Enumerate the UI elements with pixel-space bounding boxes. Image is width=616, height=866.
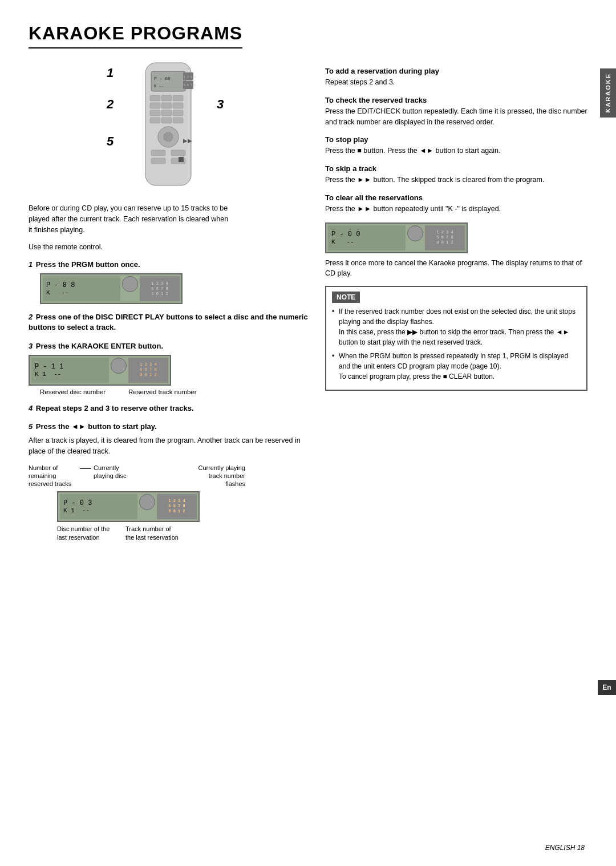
step-4: 4 Repeat steps 2 and 3 to reserve other … (29, 403, 308, 414)
en-tab-label: En (602, 683, 611, 691)
svg-text:1 2 3 4: 1 2 3 4 (184, 76, 196, 79)
step5-diagram: Number of remainingreserved tracks Curre… (29, 464, 245, 543)
page-container: KARAOKE En KARAOKE PROGRAMS 1 2 3 (0, 0, 616, 866)
stop-play-text: Press the ■ button. Press the ◄► button … (325, 145, 587, 156)
svg-rect-24 (151, 158, 165, 164)
svg-rect-10 (173, 95, 183, 101)
svg-rect-8 (150, 95, 160, 101)
svg-text:P - 88: P - 88 (154, 76, 171, 81)
svg-rect-14 (150, 110, 160, 116)
step-label-1: 1 (107, 66, 114, 80)
svg-rect-23 (171, 150, 185, 156)
step-label-3: 3 (217, 97, 224, 112)
page-title: KARAOKE PROGRAMS (29, 23, 242, 48)
svg-text:▶▶: ▶▶ (183, 137, 192, 144)
after-display-text: Press it once more to cancel the Karaoke… (325, 258, 587, 280)
note-bullet-1: If the reserved track number does not ex… (332, 306, 581, 347)
add-reservation-text: Repeat steps 2 and 3. (325, 77, 587, 88)
stop-play-section: To stop play Press the ■ button. Press t… (325, 135, 587, 156)
page-number: ENGLISH 18 (545, 844, 585, 852)
step-4-text: Repeat steps 2 and 3 to reserve other tr… (36, 404, 194, 412)
step3-display: P - 1 1 K 1 -- 1 2 3 45 6 7 89 0 1 2 (29, 355, 171, 386)
svg-rect-12 (161, 103, 172, 108)
step-2: 2 Press one of the DISC DIRECT PLAY butt… (29, 312, 308, 333)
stop-play-heading: To stop play (325, 135, 587, 144)
step-5-heading: 5 Press the ◄► button to start play. (29, 422, 308, 432)
left-column: 1 2 3 5 (29, 60, 308, 550)
check-reserved-text: Press the EDIT/CHECK button repeatedly. … (325, 106, 587, 128)
svg-rect-13 (173, 103, 183, 108)
svg-rect-19 (173, 118, 183, 123)
right-column: To add a reservation during play Repeat … (325, 60, 587, 550)
svg-rect-9 (161, 95, 172, 101)
annot-track-last: Track number ofthe last reservation (125, 525, 179, 543)
step-label-5: 5 (107, 134, 114, 149)
svg-rect-17 (150, 118, 160, 123)
step-2-heading: 2 Press one of the DISC DIRECT PLAY butt… (29, 312, 308, 333)
step-5-desc: After a track is played, it is cleared f… (29, 435, 308, 457)
skip-track-section: To skip a track Press the ►► button. The… (325, 164, 587, 185)
clear-all-display: P - 0 0 K -- 1 2 3 45 6 7 89 0 1 2 (325, 222, 468, 253)
step1-display: P - 8 8 K -- 1 2 3 45 6 7 89 0 1 2 (40, 273, 183, 304)
step-label-2: 2 (107, 97, 114, 112)
svg-rect-11 (150, 103, 160, 108)
clear-all-heading: To clear all the reservations (325, 193, 587, 202)
svg-rect-22 (151, 150, 165, 156)
svg-point-21 (164, 132, 173, 141)
step-1-text: Press the PRGM button once. (36, 260, 140, 269)
side-tab-label: KARAOKE (605, 73, 611, 113)
skip-track-text: Press the ►► button. The skipped track i… (325, 175, 587, 185)
step3-display-labels: Reserved disc number Reserved track numb… (40, 389, 308, 395)
svg-rect-16 (173, 110, 183, 116)
step-3: 3 Press the KARAOKE ENTER button. P - 1 … (29, 341, 308, 395)
use-remote-text: Use the remote control. (29, 242, 308, 253)
step-1: 1 Press the PRGM button once. P - 8 8 K … (29, 260, 308, 304)
note-bullet-2: When the PRGM button is pressed repeated… (332, 351, 581, 382)
page-footer: ENGLISH 18 (545, 844, 585, 852)
annot-remaining: Number of remainingreserved tracks (29, 464, 80, 488)
svg-rect-18 (161, 118, 172, 123)
karaoke-side-tab: KARAOKE (600, 68, 616, 118)
skip-track-heading: To skip a track (325, 164, 587, 173)
annot-flashes: Currently playingtrack numberflashes (139, 464, 245, 488)
step-5: 5 Press the ◄► button to start play. Aft… (29, 422, 308, 542)
clear-all-text: Press the ►► button repeatedly until "K … (325, 204, 587, 215)
svg-text:5 6 7 8: 5 6 7 8 (184, 84, 196, 87)
remote-svg: P - 88 K -- 1 2 3 4 5 6 7 8 (128, 60, 208, 191)
remote-image-area: 1 2 3 5 (29, 60, 308, 193)
remote-diagram: 1 2 3 5 (128, 60, 208, 193)
check-reserved-heading: To check the reserved tracks (325, 96, 587, 104)
svg-text:K  --: K -- (154, 84, 164, 88)
step-1-heading: 1 Press the PRGM button once. (29, 260, 308, 270)
note-title: NOTE (332, 292, 360, 303)
add-reservation-section: To add a reservation during play Repeat … (325, 67, 587, 88)
reserved-track-label: Reserved track number (128, 389, 197, 395)
svg-rect-27 (179, 157, 184, 162)
step-2-text: Press one of the DISC DIRECT PLAY button… (29, 313, 308, 331)
main-content: 1 2 3 5 (29, 60, 587, 550)
step5-display: P - 0 3 K 1 -- 1 2 3 45 6 7 89 0 1 2 (57, 491, 200, 522)
check-reserved-section: To check the reserved tracks Press the E… (325, 96, 587, 128)
annot-currently-playing: Currentlyplaying disc (94, 464, 133, 480)
intro-line1: Before or during CD play, you can reserv… (29, 203, 308, 235)
note-box: NOTE If the reserved track number does n… (325, 286, 587, 391)
reserved-disc-label: Reserved disc number (40, 389, 106, 395)
step-3-heading: 3 Press the KARAOKE ENTER button. (29, 341, 308, 351)
en-tab: En (598, 680, 616, 695)
svg-rect-15 (161, 110, 172, 116)
step-4-heading: 4 Repeat steps 2 and 3 to reserve other … (29, 403, 308, 414)
step-3-text: Press the KARAOKE ENTER button. (36, 342, 163, 350)
add-reservation-heading: To add a reservation during play (325, 67, 587, 75)
clear-all-section: To clear all the reservations Press the … (325, 193, 587, 215)
annot-disc-last: Disc number of thelast reservation (57, 525, 114, 543)
